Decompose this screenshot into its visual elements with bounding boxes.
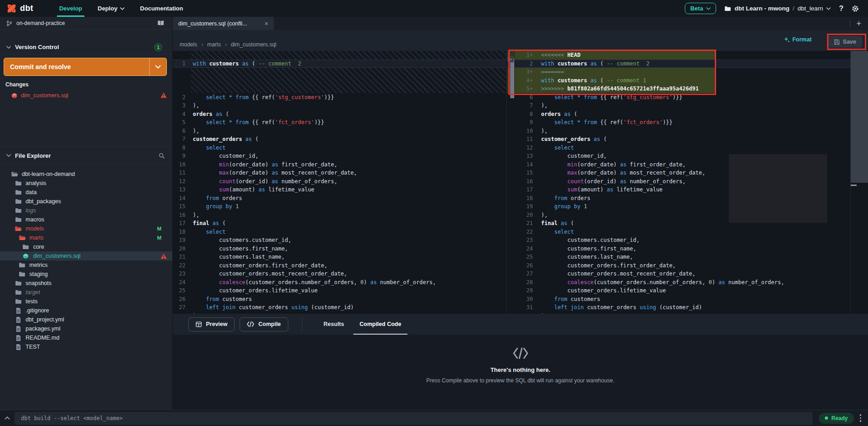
editor-pane-current[interactable]: 1with customers as ( -- comment 22 selec… [173,51,507,314]
format-button[interactable]: Format [784,36,812,43]
code-line[interactable]: 10 min(order_date) as first_order_date, [173,160,506,169]
tab-close-icon[interactable]: × [265,20,268,27]
code-line[interactable]: 23 customer_orders.most_recent_order_dat… [173,270,506,278]
code-line[interactable]: 8orders as ( [507,110,868,119]
code-line[interactable]: 31 left join customer_orders using (cust… [507,303,868,312]
code-line[interactable]: 4+with customers as ( -- comment 1 [507,76,868,85]
command-input[interactable]: dbt build --select <model_name> [15,412,813,425]
tree-item-analysis[interactable]: analysis [0,179,172,188]
code-line[interactable]: 18 select [173,228,506,236]
code-line[interactable]: 26 from customers [173,295,506,304]
search-icon[interactable] [159,153,165,159]
tree-item-metrics[interactable]: metrics [0,261,172,270]
tab-dim-customers[interactable]: dim_customers.sql (confli... × [173,17,274,30]
code-line[interactable]: 24 coalesce(customer_orders.number_of_or… [173,278,506,287]
code-line[interactable]: 26 customer_orders.first_order_date, [507,261,868,270]
code-line[interactable]: 14 from orders [173,194,506,203]
tree-item-data[interactable]: data [0,188,172,197]
code-line[interactable]: 6 select * from {{ ref('stg_customers')}… [507,93,868,102]
tree-item-staging[interactable]: staging [0,270,172,279]
code-line[interactable]: 4orders as ( [173,110,506,119]
code-line[interactable]: 21 customers.last_name, [173,253,506,261]
code-line[interactable]: 19 customers.customer_id, [173,236,506,245]
code-line[interactable]: 27 left join customer_orders using (cust… [173,303,506,312]
fold-region-icon[interactable]: − [507,56,514,62]
scrollbar-thumb[interactable] [851,51,868,183]
breadcrumb-item[interactable]: dim_customers.sql [231,41,276,48]
tree-item-dbt-learn-on-demand[interactable]: dbt-learn-on-demand [0,170,172,179]
preview-button[interactable]: Preview [188,317,235,331]
beta-dropdown[interactable]: Beta [685,3,716,14]
tree-item-macros[interactable]: macros [0,215,172,224]
tree-item-packages-yml[interactable]: packages.yml [0,324,172,333]
branch-bar[interactable]: on-demand-practice [0,17,172,30]
save-button[interactable]: Save [828,36,862,48]
code-line[interactable]: 16), [173,211,506,220]
dbt-logo[interactable]: dbt [6,3,33,14]
tree-item-target[interactable]: target [0,288,172,297]
code-line[interactable]: 1+<<<<<<< HEAD [507,51,868,60]
code-line[interactable]: 1with customers as ( -- comment 2 [173,60,506,68]
code-line[interactable]: 30 from customers [507,295,868,304]
breadcrumb-item[interactable]: marts [207,41,221,48]
tree-item-dim-customers-sql[interactable]: dim_customers.sql [0,251,172,261]
project-selector[interactable]: dbt Learn - mwong / dbt_learn [724,5,831,12]
code-line[interactable]: 28 coalesce(customer_orders.number_of_or… [507,278,868,287]
code-line[interactable]: 11 max(order_date) as most_recent_order_… [173,169,506,177]
commit-options-dropdown[interactable] [149,58,166,75]
code-line[interactable]: 17final as ( [173,219,506,228]
version-control-header[interactable]: Version Control 1 [0,40,172,55]
editor-pane-incoming[interactable]: − 1+<<<<<<< HEAD2with customers as ( -- … [507,51,868,314]
commit-and-resolve-button[interactable]: Commit and resolve [4,58,167,76]
compile-button[interactable]: Compile [240,317,288,331]
tree-item-marts[interactable]: martsM [0,233,172,242]
code-line[interactable]: 24 customers.first_name, [507,245,868,253]
tab-compiled-code[interactable]: Compiled Code [360,314,401,335]
kebab-menu-icon[interactable] [860,414,862,422]
code-line[interactable]: 10), [507,127,868,135]
tree-item-tests[interactable]: tests [0,297,172,306]
tree-item-models[interactable]: modelsM [0,224,172,233]
code-line[interactable]: 11customer_orders as ( [507,135,868,144]
code-line[interactable]: 9 select * from {{ ref('fct_orders')}} [507,118,868,127]
docs-book-icon[interactable] [157,20,164,26]
code-line[interactable]: 29 customer_orders.lifetime_value [507,286,868,295]
code-line[interactable]: 23 customers.customer_id, [507,236,868,245]
code-line[interactable]: 25 customer_orders.lifetime_value [173,286,506,295]
code-line[interactable]: 25 customers.last_name, [507,253,868,261]
code-line[interactable]: 5+>>>>>>> b81f802a66fd544504c65721e3ffaa… [507,85,868,93]
gear-icon[interactable] [852,5,859,12]
nav-item-documentation[interactable]: Documentation [132,0,191,17]
new-tab-button[interactable]: + [850,20,867,28]
code-line[interactable]: 7customer_orders as ( [173,135,506,144]
code-line[interactable]: 22 select [507,228,868,236]
code-line[interactable]: 15 group by 1 [173,202,506,211]
code-line[interactable]: 27 customer_orders.most_recent_order_dat… [507,270,868,278]
code-line[interactable]: 20 customers.first_name, [173,245,506,253]
nav-item-deploy[interactable]: Deploy [90,0,132,17]
code-line[interactable]: 9 customer_id, [173,152,506,160]
tree-item-dbt-project-yml[interactable]: dbt_project.yml [0,315,172,324]
help-button[interactable]: ? [839,5,843,13]
code-line[interactable]: 13 sum(amount) as lifetime_value [173,185,506,194]
code-line[interactable]: 2with customers as ( -- comment 2 [507,60,868,68]
code-line[interactable]: 7), [507,101,868,110]
tree-item-readme-md[interactable]: README.md [0,333,172,342]
code-line[interactable]: 12 count(order_id) as number_of_orders, [173,177,506,186]
tree-item-logs[interactable]: logs [0,206,172,215]
tree-item-test[interactable]: TEST [0,342,172,351]
code-line[interactable]: 12 select [507,144,868,152]
changed-file-row[interactable]: dim_customers.sql [0,91,172,100]
scrollbar-track[interactable] [850,51,868,314]
chevron-up-icon[interactable] [0,416,15,420]
code-line[interactable]: 2 select * from {{ ref('stg_customers')}… [173,93,506,102]
file-explorer-header[interactable]: File Explorer [0,146,172,165]
nav-item-develop[interactable]: Develop [51,0,90,17]
tree-item-dbt-packages[interactable]: dbt_packages [0,197,172,206]
tree-item-core[interactable]: core [0,242,172,251]
code-line[interactable]: 3), [173,101,506,110]
code-line[interactable]: 5 select * from {{ ref('fct_orders')}} [173,118,506,127]
breadcrumb-item[interactable]: models [180,41,197,48]
tree-item--gitignore[interactable]: .gitignore [0,306,172,315]
code-line[interactable]: 6), [173,127,506,135]
